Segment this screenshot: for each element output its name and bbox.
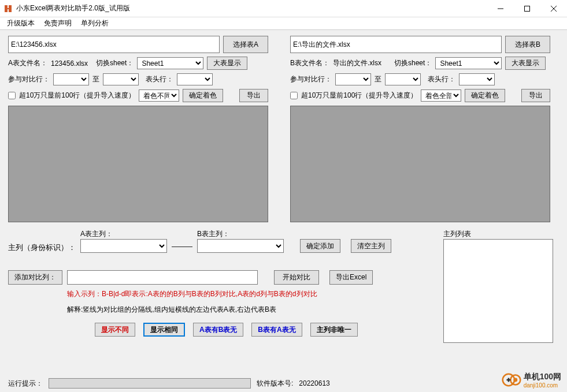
compare-row-a-label: 参与对比行： bbox=[8, 74, 50, 84]
version-value: 20220613 bbox=[299, 379, 329, 387]
start-compare-button[interactable]: 开始对比 bbox=[274, 270, 319, 285]
explain-prefix: 解释: bbox=[67, 305, 83, 313]
menu-disclaimer[interactable]: 免责声明 bbox=[39, 18, 76, 28]
a-key-col-label: A表主列： bbox=[80, 229, 167, 239]
b-key-col-label: B表主列： bbox=[197, 229, 284, 239]
sheet-select-a[interactable]: Sheet1 bbox=[137, 57, 203, 69]
watermark-cn: 单机100网 bbox=[524, 372, 561, 382]
color-mode-b-select[interactable]: 着色全部 bbox=[421, 89, 461, 102]
a-has-b-not-button[interactable]: A表有B表无 bbox=[193, 323, 243, 337]
window-title: 小东Excel两表对比助手2.0版_试用版 bbox=[16, 3, 487, 13]
run-hint-label: 运行提示： bbox=[8, 379, 43, 389]
confirm-color-b-button[interactable]: 确定着色 bbox=[465, 89, 505, 102]
limit-rows-a-label: 超10万只显前100行（提升导入速度） bbox=[19, 91, 135, 100]
example-prefix: 输入示列： bbox=[67, 290, 102, 298]
show-diff-button[interactable]: 显示不同 bbox=[95, 323, 135, 337]
watermark-en: danji100.com bbox=[524, 382, 561, 389]
filename-a-label: A表文件名： bbox=[8, 58, 47, 68]
big-display-b-button[interactable]: 大表显示 bbox=[505, 57, 546, 70]
watermark-icon bbox=[502, 370, 521, 390]
file-path-b-input[interactable] bbox=[290, 36, 502, 53]
sheet-select-b[interactable]: Sheet1 bbox=[435, 57, 502, 69]
explain-text: 竖线为对比组的分隔线,组内短横线的左边代表A表,右边代表B表 bbox=[83, 305, 276, 313]
color-mode-a-select[interactable]: 着色不同 bbox=[139, 89, 179, 102]
limit-rows-b-checkbox[interactable] bbox=[290, 92, 298, 99]
confirm-add-keycol-button[interactable]: 确定添加 bbox=[300, 239, 340, 253]
header-row-b-label: 表头行： bbox=[428, 74, 455, 84]
minimize-button[interactable] bbox=[487, 0, 514, 17]
export-excel-button[interactable]: 导出Excel bbox=[329, 270, 373, 285]
switch-sheet-a-label: 切换sheet： bbox=[96, 58, 134, 68]
show-same-button[interactable]: 显示相同 bbox=[143, 323, 185, 337]
close-button[interactable] bbox=[540, 0, 567, 17]
filename-b-label: B表文件名： bbox=[290, 58, 329, 68]
add-compare-col-button[interactable]: 添加对比列： bbox=[8, 270, 62, 285]
compare-row-from-a[interactable] bbox=[53, 73, 89, 85]
b-has-a-not-button[interactable]: B表有A表无 bbox=[251, 323, 302, 337]
select-table-b-button[interactable]: 选择表B bbox=[505, 36, 550, 53]
version-label: 软件版本号: bbox=[257, 379, 293, 389]
data-grid-b[interactable] bbox=[290, 106, 550, 222]
keycol-listbox[interactable] bbox=[443, 239, 553, 343]
keycol-list-label: 主列列表 bbox=[443, 229, 559, 239]
clear-keycol-button[interactable]: 清空主列 bbox=[351, 239, 391, 253]
compare-row-b-label: 参与对比行： bbox=[290, 74, 332, 84]
menu-bar: 升级版本 免责声明 单列分析 bbox=[0, 17, 567, 30]
file-path-a-input[interactable] bbox=[8, 36, 220, 53]
panel-a: 选择表A A表文件名： 123456.xlsx 切换sheet： Sheet1 … bbox=[8, 36, 268, 222]
to-b-label: 至 bbox=[375, 74, 381, 84]
switch-sheet-b-label: 切换sheet： bbox=[394, 58, 432, 68]
watermark: 单机100网 danji100.com bbox=[502, 370, 561, 390]
data-grid-a[interactable] bbox=[8, 106, 268, 222]
main-col-label: 主列（身份标识）： bbox=[8, 243, 76, 252]
menu-single-column[interactable]: 单列分析 bbox=[76, 18, 113, 28]
example-text: B-B|d-d即表示:A表的的B列与B表的B列对比,A表的d列与B表的d列对比 bbox=[102, 290, 317, 298]
export-a-button[interactable]: 导出 bbox=[239, 89, 268, 102]
svg-rect-4 bbox=[525, 6, 530, 11]
dashes-separator: ——— bbox=[172, 242, 192, 253]
header-row-a-label: 表头行： bbox=[146, 74, 173, 84]
key-not-unique-button[interactable]: 主列非唯一 bbox=[310, 323, 358, 337]
header-row-b[interactable] bbox=[459, 73, 495, 85]
svg-rect-2 bbox=[5, 8, 12, 9]
limit-rows-a-checkbox[interactable] bbox=[8, 92, 16, 99]
select-table-a-button[interactable]: 选择表A bbox=[223, 36, 268, 53]
maximize-button[interactable] bbox=[514, 0, 540, 17]
a-key-col-select[interactable] bbox=[80, 239, 167, 253]
header-row-a[interactable] bbox=[177, 73, 213, 85]
run-hint-box bbox=[49, 378, 251, 389]
svg-point-9 bbox=[513, 378, 517, 382]
compare-row-to-b[interactable] bbox=[385, 73, 421, 85]
compare-col-input[interactable] bbox=[67, 270, 258, 285]
filename-a-value: 123456.xlsx bbox=[51, 59, 92, 68]
titlebar: 小东Excel两表对比助手2.0版_试用版 bbox=[0, 0, 567, 17]
b-key-col-select[interactable] bbox=[197, 239, 284, 253]
menu-upgrade[interactable]: 升级版本 bbox=[2, 18, 39, 28]
panel-b: 选择表B B表文件名： 导出的文件.xlsx 切换sheet： Sheet1 大… bbox=[290, 36, 550, 222]
app-icon bbox=[3, 4, 13, 13]
compare-row-to-a[interactable] bbox=[103, 73, 139, 85]
export-b-button[interactable]: 导出 bbox=[521, 89, 550, 102]
big-display-a-button[interactable]: 大表显示 bbox=[207, 57, 247, 70]
filename-b-value: 导出的文件.xlsx bbox=[333, 58, 391, 68]
limit-rows-b-label: 超10万只显前100行（提升导入速度） bbox=[301, 91, 417, 100]
confirm-color-a-button[interactable]: 确定着色 bbox=[183, 89, 223, 102]
to-a-label: 至 bbox=[92, 74, 99, 84]
compare-row-from-b[interactable] bbox=[335, 73, 371, 85]
